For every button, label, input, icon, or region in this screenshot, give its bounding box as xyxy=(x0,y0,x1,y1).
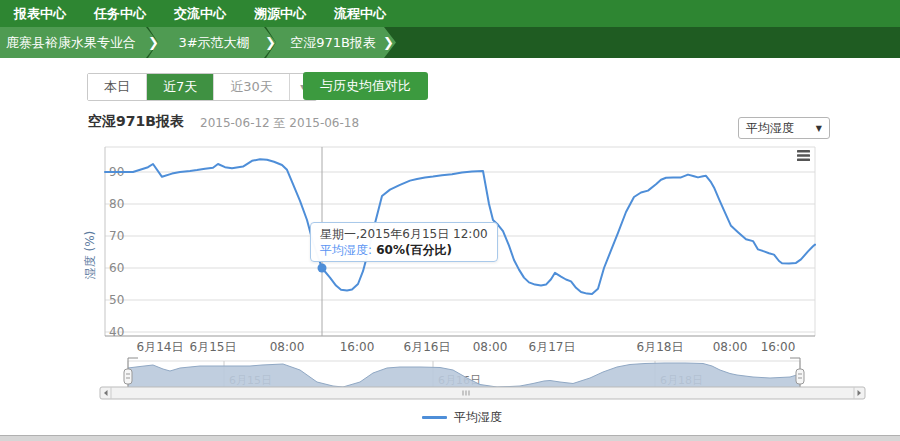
humidity-line-chart[interactable]: 4050607080906月14日6月15日08:0016:006月16日08:… xyxy=(0,0,900,441)
x-tick-label: 16:00 xyxy=(340,340,375,354)
x-tick-label: 6月16日 xyxy=(404,340,451,354)
legend-line-icon xyxy=(422,416,447,419)
x-tick-label: 6月17日 xyxy=(529,340,576,354)
tooltip-value: 60%(百分比) xyxy=(372,243,452,257)
chart-menu-icon[interactable] xyxy=(797,154,810,157)
y-tick-label: 40 xyxy=(109,325,124,339)
tooltip-datetime: 星期一,2015年6月15日 12:00 xyxy=(320,226,488,242)
datazoom-right-handle[interactable] xyxy=(796,369,804,384)
page: 报表中心 任务中心 交流中心 溯源中心 流程中心 鹿寨县裕康水果专业合作社 3#… xyxy=(0,0,900,441)
y-tick-label: 80 xyxy=(109,197,124,211)
chart-menu-icon[interactable] xyxy=(797,150,810,153)
chart-menu-icon[interactable] xyxy=(797,158,810,161)
x-tick-label: 08:00 xyxy=(713,340,748,354)
highlight-point xyxy=(318,264,327,273)
y-tick-label: 60 xyxy=(109,261,124,275)
y-axis-title: 湿度 (%) xyxy=(83,231,97,281)
x-tick-label: 6月15日 xyxy=(190,340,237,354)
legend-item-avg-humidity[interactable]: 平均湿度 xyxy=(422,409,502,426)
y-tick-label: 70 xyxy=(109,229,124,243)
hscrollbar-track[interactable] xyxy=(100,387,865,399)
tooltip-series-label: 平均湿度: xyxy=(320,243,372,257)
y-tick-label: 50 xyxy=(109,293,124,307)
legend-label: 平均湿度 xyxy=(454,409,502,426)
window-bottom-edge xyxy=(0,435,900,441)
x-tick-label: 16:00 xyxy=(761,340,796,354)
tooltip-value-row: 平均湿度: 60%(百分比) xyxy=(320,242,488,258)
x-tick-label: 6月14日 xyxy=(137,340,184,354)
datazoom-left-handle[interactable] xyxy=(124,369,132,384)
x-tick-label: 6月18日 xyxy=(637,340,684,354)
x-tick-label: 08:00 xyxy=(473,340,508,354)
x-tick-label: 08:00 xyxy=(270,340,305,354)
chart-tooltip: 星期一,2015年6月15日 12:00 平均湿度: 60%(百分比) xyxy=(310,222,498,262)
